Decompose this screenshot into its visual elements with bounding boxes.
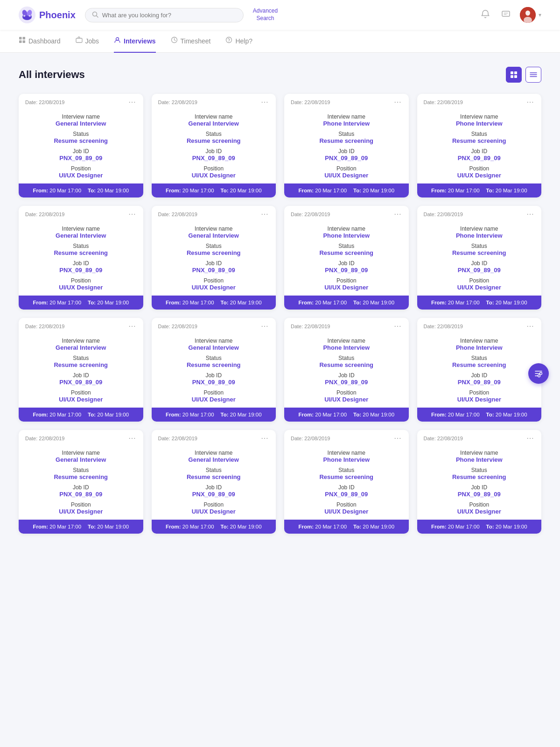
position-label: Position: [291, 277, 402, 284]
card-to: To: 20 Mar 19:00: [353, 524, 394, 529]
card-to: To: 20 Mar 19:00: [88, 300, 129, 305]
nav-item-timesheet[interactable]: Timesheet: [171, 30, 211, 53]
card-date: Date: 22/08/2019: [158, 99, 197, 105]
search-bar: [85, 8, 244, 22]
interview-name-label: Interview name: [25, 338, 137, 344]
list-view-button[interactable]: [525, 67, 541, 83]
interview-card: Date: 22/08/2019 ⋯ Interview name Phone …: [417, 430, 542, 534]
card-footer: From: 20 Mar 17:00 To: 20 Mar 19:00: [152, 520, 276, 534]
card-menu-button[interactable]: ⋯: [393, 99, 402, 106]
card-header: Date: 22/08/2019 ⋯: [284, 206, 409, 221]
svg-point-10: [525, 11, 530, 16]
card-menu-button[interactable]: ⋯: [525, 435, 535, 442]
card-body: Interview name Phone Interview Status Re…: [417, 109, 542, 183]
status-value: Resume screening: [424, 361, 535, 368]
svg-point-20: [229, 41, 229, 42]
nav-item-dashboard[interactable]: Dashboard: [19, 30, 61, 53]
job-id-value: PNX_09_89_09: [158, 379, 270, 386]
search-input[interactable]: [102, 12, 237, 19]
interview-name-value: General Interview: [25, 120, 137, 127]
job-id-label: Job ID: [25, 148, 137, 155]
card-menu-button[interactable]: ⋯: [393, 211, 402, 218]
svg-point-5: [29, 15, 31, 17]
interview-card: Date: 22/08/2019 ⋯ Interview name Phone …: [284, 318, 409, 422]
card-menu-button[interactable]: ⋯: [260, 435, 269, 442]
status-value: Resume screening: [291, 249, 402, 256]
status-value: Resume screening: [25, 361, 137, 368]
card-footer: From: 20 Mar 17:00 To: 20 Mar 19:00: [19, 183, 143, 197]
advanced-search-link[interactable]: Advanced Search: [253, 7, 278, 22]
position-label: Position: [424, 277, 535, 284]
interview-name-value: Phone Interview: [291, 120, 402, 127]
card-date: Date: 22/08/2019: [424, 324, 463, 329]
nav-label-timesheet: Timesheet: [181, 37, 211, 45]
interviews-icon: [114, 36, 121, 45]
job-id-value: PNX_09_89_09: [291, 379, 402, 386]
card-menu-button[interactable]: ⋯: [525, 323, 535, 330]
job-id-value: PNX_09_89_09: [25, 267, 137, 274]
position-label: Position: [158, 501, 270, 508]
card-menu-button[interactable]: ⋯: [127, 211, 137, 218]
status-value: Resume screening: [291, 137, 402, 144]
jobs-icon: [76, 36, 83, 45]
job-id-value: PNX_09_89_09: [424, 267, 535, 274]
interview-card: Date: 22/08/2019 ⋯ Interview name Genera…: [152, 206, 276, 310]
interview-name-label: Interview name: [291, 338, 402, 344]
card-footer: From: 20 Mar 17:00 To: 20 Mar 19:00: [152, 408, 276, 422]
nav-item-interviews[interactable]: Interviews: [114, 30, 155, 53]
notification-bell-button[interactable]: [479, 7, 492, 23]
card-menu-button[interactable]: ⋯: [127, 99, 137, 106]
position-value: UI/UX Designer: [158, 172, 270, 179]
chevron-down-icon: ▾: [539, 12, 541, 18]
card-date: Date: 22/08/2019: [25, 436, 64, 441]
position-value: UI/UX Designer: [158, 284, 270, 291]
job-id-value: PNX_09_89_09: [158, 155, 270, 162]
job-id-label: Job ID: [424, 260, 535, 267]
nav-item-jobs[interactable]: Jobs: [76, 30, 99, 53]
card-date: Date: 22/08/2019: [291, 211, 330, 217]
card-menu-button[interactable]: ⋯: [127, 435, 137, 442]
card-from: From: 20 Mar 17:00: [33, 524, 81, 529]
card-header: Date: 22/08/2019 ⋯: [152, 318, 276, 333]
card-from: From: 20 Mar 17:00: [431, 300, 480, 305]
card-menu-button[interactable]: ⋯: [393, 323, 402, 330]
job-id-value: PNX_09_89_09: [25, 379, 137, 386]
card-date: Date: 22/08/2019: [424, 99, 463, 105]
card-menu-button[interactable]: ⋯: [525, 211, 535, 218]
position-label: Position: [424, 165, 535, 172]
grid-view-button[interactable]: [506, 67, 522, 83]
card-header: Date: 22/08/2019 ⋯: [284, 94, 409, 109]
card-body: Interview name Phone Interview Status Re…: [284, 221, 409, 296]
card-to: To: 20 Mar 19:00: [221, 524, 262, 529]
interview-name-value: Phone Interview: [291, 232, 402, 239]
nav-item-help[interactable]: Help?: [225, 30, 252, 53]
app-header: Phoenix Advanced Search ▾: [0, 0, 560, 30]
interview-name-value: General Interview: [158, 232, 270, 239]
interview-name-value: Phone Interview: [424, 344, 535, 351]
card-menu-button[interactable]: ⋯: [525, 99, 535, 106]
card-from: From: 20 Mar 17:00: [298, 412, 347, 417]
job-id-value: PNX_09_89_09: [25, 155, 137, 162]
interview-name-value: General Interview: [25, 232, 137, 239]
position-value: UI/UX Designer: [25, 508, 137, 515]
card-menu-button[interactable]: ⋯: [260, 99, 269, 106]
card-menu-button[interactable]: ⋯: [127, 323, 137, 330]
interview-card: Date: 22/08/2019 ⋯ Interview name Phone …: [284, 206, 409, 310]
card-from: From: 20 Mar 17:00: [33, 300, 81, 305]
interview-card: Date: 22/08/2019 ⋯ Interview name Genera…: [152, 430, 276, 534]
position-label: Position: [158, 165, 270, 172]
card-to: To: 20 Mar 19:00: [221, 300, 262, 305]
interview-name-value: Phone Interview: [291, 344, 402, 351]
card-menu-button[interactable]: ⋯: [260, 211, 269, 218]
filter-button[interactable]: [528, 363, 549, 384]
user-avatar-wrap[interactable]: ▾: [520, 7, 541, 23]
status-value: Resume screening: [158, 361, 270, 368]
card-header: Date: 22/08/2019 ⋯: [19, 206, 143, 221]
logo[interactable]: Phoenix: [19, 7, 76, 23]
messages-button[interactable]: [499, 7, 512, 23]
job-id-label: Job ID: [25, 484, 137, 491]
card-body: Interview name General Interview Status …: [19, 221, 143, 296]
card-menu-button[interactable]: ⋯: [260, 323, 269, 330]
job-id-label: Job ID: [291, 372, 402, 379]
card-menu-button[interactable]: ⋯: [393, 435, 402, 442]
